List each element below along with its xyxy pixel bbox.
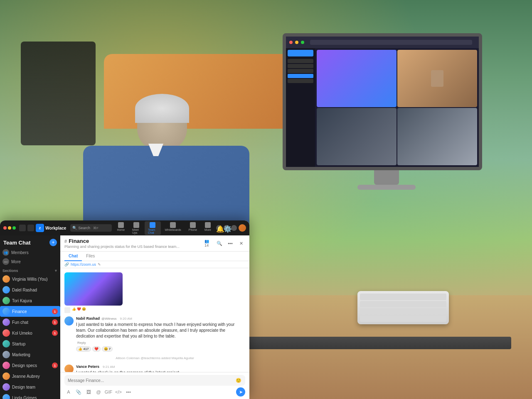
msg-bubble-vance: Vance Peters 9:21 AM I wanted to check i… — [76, 365, 245, 372]
gif-button[interactable]: GIF — [104, 388, 113, 396]
sidebar-item-label-1: Dalel Rashad — [12, 288, 58, 292]
channel-name: Finance — [69, 238, 89, 244]
sidebar-header: Team Chat + — [0, 235, 60, 248]
nav-teamchat[interactable]: Team Chat — [145, 221, 161, 235]
tab-files[interactable]: Files — [82, 252, 99, 261]
image-button[interactable]: 🖼 — [84, 388, 93, 396]
message-row-vance: Vance Peters 9:21 AM I wanted to check i… — [64, 365, 245, 372]
top-nav-right: 🔔 ⚙️ — [216, 224, 246, 232]
channel-hash-icon: # — [64, 239, 67, 244]
channel-description: Planning and sharing projects status for… — [64, 245, 180, 249]
system-message-1: Allison Coleman @teachterms added Mayell… — [64, 355, 245, 361]
sidebar-avatar-11 — [2, 394, 10, 399]
sidebar-item-3[interactable]: Finance 1 — [0, 306, 60, 317]
keyboard — [357, 291, 449, 324]
monitor — [283, 33, 490, 208]
msg-meta-vance: Vance Peters 9:21 AM — [76, 365, 245, 369]
msg-sender-vance: Vance Peters — [76, 365, 99, 369]
chat-app: Z Workplace 🔍 Search ⌘F Home Meet Ups Te… — [0, 220, 249, 399]
sidebar-item-11[interactable]: Linda Grimes — [0, 392, 60, 399]
sidebar: Team Chat + 👥 Members ••• More Sections … — [0, 235, 60, 399]
msg-sender-nabil: Nabil Rashad — [76, 316, 100, 321]
link-edit-icon[interactable]: ✎ — [98, 262, 101, 267]
user-avatar[interactable] — [239, 224, 246, 232]
members-row[interactable]: 👥 Members — [0, 248, 60, 257]
send-button[interactable]: ➤ — [236, 387, 245, 397]
nav-more[interactable]: More — [201, 221, 214, 235]
close-chat-button[interactable]: ✕ — [237, 239, 245, 247]
reaction-thumbs[interactable]: 👍 417 — [76, 346, 91, 352]
msg-meta-nabil: Nabil Rashad @Witness 9:20 AM — [76, 316, 245, 321]
nav-back-button[interactable] — [19, 225, 26, 231]
add-channel-button[interactable]: + — [49, 239, 57, 246]
msg-time-vance: 9:21 AM — [103, 365, 115, 369]
mention-button[interactable]: @ — [94, 388, 103, 396]
sidebar-item-8[interactable]: Design specs 1 — [0, 360, 60, 371]
nav-home[interactable]: Home — [113, 221, 128, 235]
nav-whiteboards[interactable]: Whiteboards — [162, 221, 185, 235]
msg-time-nabil: 9:20 AM — [120, 317, 132, 321]
chat-link[interactable]: https://zoom.us — [71, 262, 96, 267]
more-row[interactable]: ••• More — [0, 257, 60, 266]
sidebar-item-7[interactable]: Marketing — [0, 349, 60, 360]
more-options-button[interactable]: ••• — [226, 239, 234, 247]
logo-icon: Z — [36, 224, 44, 232]
sidebar-item-0[interactable]: Virginia Willis (You) — [0, 274, 60, 284]
sidebar-avatar-7 — [2, 351, 10, 358]
app-logo: Z Workplace — [36, 224, 66, 232]
more-tools-button[interactable]: ••• — [124, 388, 133, 396]
msg-bubble-nabil: Nabil Rashad @Witness 9:20 AM I just wan… — [76, 316, 245, 352]
settings-icon[interactable]: ⚙️ — [224, 225, 229, 231]
format-text-button[interactable]: A — [64, 388, 73, 396]
search-channel-button[interactable]: 🔍 — [215, 239, 224, 247]
chat-input-bar[interactable]: 🙂 — [64, 375, 245, 386]
reaction-heart[interactable]: ❤️ — [92, 346, 101, 352]
msg-avatar-vance — [64, 365, 74, 372]
sidebar-item-1[interactable]: Dalel Rashad — [0, 284, 60, 295]
chat-toolbar: A 📎 🖼 @ GIF </> ••• ➤ — [64, 386, 245, 397]
sidebar-item-5[interactable]: Kol Umeko 1 — [0, 328, 60, 338]
attachment-button[interactable]: 📎 — [74, 388, 83, 396]
search-bar[interactable]: 🔍 Search ⌘F — [70, 224, 112, 232]
sidebar-item-label-9: Jeanne Aubrey — [12, 374, 58, 379]
more-label: More — [11, 259, 21, 264]
nav-forward-button[interactable] — [27, 225, 34, 231]
monitor-base — [357, 185, 416, 190]
teamchat-icon — [150, 222, 155, 228]
bell-icon[interactable]: 🔔 — [216, 225, 222, 231]
msg-handle-nabil: @Witness — [101, 317, 117, 321]
members-count-text: 👥 14 — [204, 239, 213, 247]
sidebar-item-10[interactable]: Design team — [0, 382, 60, 392]
sidebar-item-label-2: Tori Kajura — [12, 299, 58, 303]
sidebar-item-label-6: Startup — [12, 342, 58, 346]
logo-text: Workplace — [45, 226, 66, 230]
msg-image: 👍 ❤️ 😄 — [64, 271, 245, 313]
sidebar-item-4[interactable]: Fun chat 1 — [0, 317, 60, 328]
app-main: Team Chat + 👥 Members ••• More Sections … — [0, 235, 249, 399]
nav-phone[interactable]: Phone — [185, 221, 200, 235]
members-count[interactable]: 👥 14 — [204, 239, 213, 247]
search-icon[interactable] — [231, 225, 237, 231]
sidebar-avatar-5 — [2, 329, 10, 337]
sidebar-avatar-4 — [2, 318, 10, 326]
message-input[interactable] — [68, 378, 234, 383]
reply-button[interactable]: Reply — [76, 340, 87, 345]
sidebar-avatar-6 — [2, 340, 10, 348]
message-row-nabil: Nabil Rashad @Witness 9:20 AM I just wan… — [64, 316, 245, 352]
code-button[interactable]: </> — [114, 388, 123, 396]
image-attachment[interactable] — [64, 272, 123, 306]
messages-area[interactable]: 👍 ❤️ 😄 Nabil Rashad @Witness 9:20 AM I j… — [60, 268, 249, 372]
chat-link-bar: 🔗 https://zoom.us ✎ — [60, 261, 249, 268]
nav-meetups[interactable]: Meet Ups — [129, 221, 144, 235]
sidebar-item-2[interactable]: Tori Kajura — [0, 295, 60, 306]
sidebar-avatar-2 — [2, 297, 10, 304]
msg-actions-nabil: Reply — [76, 340, 245, 345]
sidebar-item-6[interactable]: Startup — [0, 338, 60, 349]
reaction-smile[interactable]: 😄 7 — [102, 346, 113, 352]
emoji-button[interactable]: 🙂 — [235, 377, 242, 384]
tab-chat[interactable]: Chat — [64, 252, 82, 261]
chat-title-row: # Finance — [64, 238, 180, 244]
filter-icon[interactable]: ▼ — [54, 269, 58, 273]
sidebar-item-9[interactable]: Jeanne Aubrey — [0, 371, 60, 382]
close-dot — [3, 226, 7, 230]
